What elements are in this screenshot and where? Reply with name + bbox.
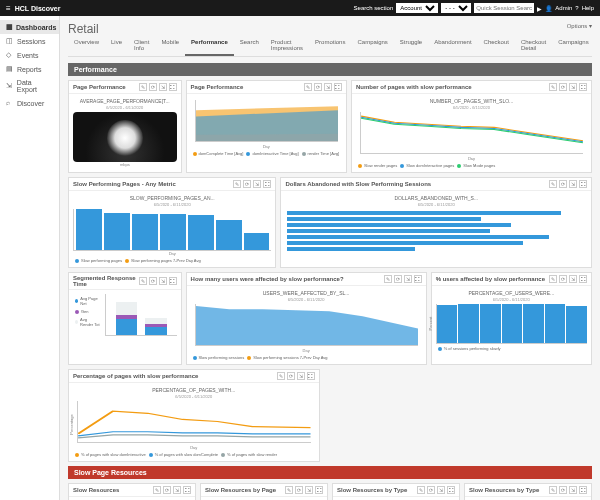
sidebar-item-data-export[interactable]: ⇲Data Export xyxy=(0,76,59,96)
expand-icon[interactable]: ⛶ xyxy=(579,180,587,188)
panel-slow-resources: Slow Resources✎⟳⇲⛶ NUMBER_OF_SLOW_RESOUR… xyxy=(68,483,196,500)
export-icon[interactable]: ⇲ xyxy=(173,486,181,494)
export-icon[interactable]: ⇲ xyxy=(569,486,577,494)
edit-icon[interactable]: ✎ xyxy=(549,275,557,283)
expand-icon[interactable]: ⛶ xyxy=(447,486,455,494)
export-icon[interactable]: ⇲ xyxy=(569,180,577,188)
sidebar: ▦Dashboards ◫Sessions ◇Events ▤Reports ⇲… xyxy=(0,16,60,500)
svg-marker-3 xyxy=(196,306,418,345)
expand-icon[interactable]: ⛶ xyxy=(169,277,177,285)
sidebar-item-events[interactable]: ◇Events xyxy=(0,48,59,62)
export-icon[interactable]: ⇲ xyxy=(253,180,261,188)
expand-icon[interactable]: ⛶ xyxy=(183,486,191,494)
refresh-icon[interactable]: ⟳ xyxy=(394,275,402,283)
edit-icon[interactable]: ✎ xyxy=(153,486,161,494)
refresh-icon[interactable]: ⟳ xyxy=(149,83,157,91)
search-go-icon[interactable]: ▶ xyxy=(537,5,542,12)
export-icon[interactable]: ⇲ xyxy=(159,83,167,91)
export-icon: ⇲ xyxy=(6,82,14,90)
export-icon[interactable]: ⇲ xyxy=(569,83,577,91)
search-section-label: Search section xyxy=(354,5,394,11)
edit-icon[interactable]: ✎ xyxy=(285,486,293,494)
refresh-icon[interactable]: ⟳ xyxy=(149,277,157,285)
refresh-icon[interactable]: ⟳ xyxy=(163,486,171,494)
menu-icon[interactable]: ≡ xyxy=(6,4,11,13)
tab-errors[interactable]: Errors xyxy=(595,36,600,56)
admin-icon[interactable]: 👤 xyxy=(545,5,552,12)
options-link[interactable]: Options ▾ xyxy=(567,22,592,29)
tab-client-info[interactable]: Client Info xyxy=(128,36,155,56)
refresh-icon[interactable]: ⟳ xyxy=(427,486,435,494)
refresh-icon[interactable]: ⟳ xyxy=(559,275,567,283)
sessions-icon: ◫ xyxy=(6,37,14,45)
refresh-icon[interactable]: ⟳ xyxy=(559,486,567,494)
tab-promotions[interactable]: Promotions xyxy=(309,36,351,56)
expand-icon[interactable]: ⛶ xyxy=(263,180,271,188)
expand-icon[interactable]: ⛶ xyxy=(414,275,422,283)
refresh-icon[interactable]: ⟳ xyxy=(559,83,567,91)
edit-icon[interactable]: ✎ xyxy=(304,83,312,91)
admin-label[interactable]: Admin xyxy=(555,5,572,11)
brand-logo: HCL Discover xyxy=(15,5,61,12)
hbar-chart xyxy=(285,209,587,255)
tab-performance[interactable]: Performance xyxy=(185,36,234,56)
sidebar-item-dashboards[interactable]: ▦Dashboards xyxy=(0,20,59,34)
tab-overview[interactable]: Overview xyxy=(68,36,105,56)
line-chart xyxy=(360,112,583,154)
discover-icon: ⌕ xyxy=(6,99,14,107)
help-icon[interactable]: ? xyxy=(575,5,578,11)
export-icon[interactable]: ⇲ xyxy=(404,275,412,283)
export-icon[interactable]: ⇲ xyxy=(569,275,577,283)
sidebar-item-sessions[interactable]: ◫Sessions xyxy=(0,34,59,48)
edit-icon[interactable]: ✎ xyxy=(139,83,147,91)
stacked-bar-chart xyxy=(105,294,177,336)
refresh-icon[interactable]: ⟳ xyxy=(314,83,322,91)
panel-dollars-abandoned: Dollars Abandoned with Slow Performing S… xyxy=(280,177,592,268)
expand-icon[interactable]: ⛶ xyxy=(169,83,177,91)
topbar: ≡ HCL Discover Search section Account - … xyxy=(0,0,600,16)
refresh-icon[interactable]: ⟳ xyxy=(287,372,295,380)
edit-icon[interactable]: ✎ xyxy=(139,277,147,285)
edit-icon[interactable]: ✎ xyxy=(417,486,425,494)
expand-icon[interactable]: ⛶ xyxy=(579,486,587,494)
expand-icon[interactable]: ⛶ xyxy=(579,83,587,91)
tab-abandonment[interactable]: Abandonment xyxy=(428,36,477,56)
tab-mobile[interactable]: Mobile xyxy=(155,36,185,56)
edit-icon[interactable]: ✎ xyxy=(233,180,241,188)
edit-icon[interactable]: ✎ xyxy=(549,486,557,494)
help-label[interactable]: Help xyxy=(582,5,594,11)
tab-campaigns[interactable]: Campaigns xyxy=(351,36,393,56)
edit-icon[interactable]: ✎ xyxy=(549,83,557,91)
refresh-icon[interactable]: ⟳ xyxy=(295,486,303,494)
edit-icon[interactable]: ✎ xyxy=(549,180,557,188)
export-icon[interactable]: ⇲ xyxy=(324,83,332,91)
edit-icon[interactable]: ✎ xyxy=(384,275,392,283)
quick-search-input[interactable] xyxy=(474,3,534,13)
tab-checkout-detail[interactable]: Checkout Detail xyxy=(515,36,552,56)
line-chart xyxy=(77,401,311,443)
export-icon[interactable]: ⇲ xyxy=(159,277,167,285)
tab-live[interactable]: Live xyxy=(105,36,128,56)
tab-checkout[interactable]: Checkout xyxy=(478,36,515,56)
edit-icon[interactable]: ✎ xyxy=(277,372,285,380)
account-dropdown[interactable]: Account xyxy=(396,3,438,13)
expand-icon[interactable]: ⛶ xyxy=(315,486,323,494)
sidebar-item-discover[interactable]: ⌕Discover xyxy=(0,96,59,110)
export-icon[interactable]: ⇲ xyxy=(297,372,305,380)
dash-dropdown[interactable]: - - - xyxy=(441,3,471,13)
sidebar-item-reports[interactable]: ▤Reports xyxy=(0,62,59,76)
tab-search[interactable]: Search xyxy=(234,36,265,56)
refresh-icon[interactable]: ⟳ xyxy=(559,180,567,188)
dashboard-icon: ▦ xyxy=(6,23,13,31)
tab-struggle[interactable]: Struggle xyxy=(394,36,428,56)
export-icon[interactable]: ⇲ xyxy=(305,486,313,494)
refresh-icon[interactable]: ⟳ xyxy=(243,180,251,188)
expand-icon[interactable]: ⛶ xyxy=(334,83,342,91)
expand-icon[interactable]: ⛶ xyxy=(579,275,587,283)
panel-number-slow-pages: Number of pages with slow performance✎⟳⇲… xyxy=(351,80,592,173)
area-chart xyxy=(195,100,338,142)
expand-icon[interactable]: ⛶ xyxy=(307,372,315,380)
tab-campaigns-2[interactable]: Campaigns xyxy=(552,36,594,56)
export-icon[interactable]: ⇲ xyxy=(437,486,445,494)
tab-product-impressions[interactable]: Product Impressions xyxy=(265,36,309,56)
